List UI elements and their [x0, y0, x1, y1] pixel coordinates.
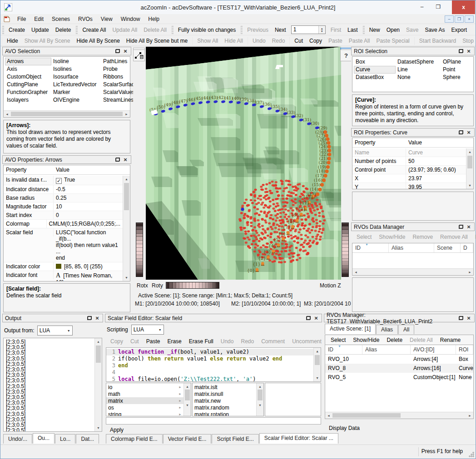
- rvo-table-row[interactable]: RVO_8Arrows:[16]Curve: [325, 364, 473, 373]
- avo-item-streamlines[interactable]: StreamLines: [101, 96, 133, 104]
- fn-item-matrix-rotation[interactable]: matrix.rotation: [193, 411, 256, 416]
- roi-item-curve[interactable]: Curve: [354, 66, 396, 74]
- rvm-hscrollbar[interactable]: ◄►: [325, 412, 473, 419]
- close-panel-icon[interactable]: [466, 130, 472, 135]
- delete-button[interactable]: Delete: [383, 336, 406, 345]
- help-button[interactable]: ?: [340, 49, 352, 61]
- roty-label[interactable]: Roty: [152, 282, 163, 289]
- erase-button[interactable]: Erase: [164, 337, 185, 346]
- hide-all-by-scene-button[interactable]: Hide All By Scene: [73, 36, 123, 45]
- title-bar[interactable]: acZoomIn - acDevSoftware - [TEST17_WithV…: [0, 0, 476, 14]
- fn-item-matrix-random[interactable]: matrix.random: [193, 404, 256, 411]
- avo-item-lictexturedvector[interactable]: LicTexturedVector: [51, 81, 101, 89]
- avo-item-customobject[interactable]: CustomObject: [5, 73, 51, 81]
- avo-item-axis[interactable]: Axis: [5, 65, 51, 73]
- roi-item-line[interactable]: Line: [396, 66, 441, 74]
- avo-item-isosurface[interactable]: Isosurface: [51, 73, 101, 81]
- avo-item-scalarvalues[interactable]: ScalarValues: [101, 89, 133, 96]
- lib-item-string[interactable]: string►: [106, 411, 183, 416]
- property-row[interactable]: Control point(23.97; 39.95; 0.60): [352, 166, 466, 174]
- close-panel-icon[interactable]: [466, 224, 472, 230]
- checkbox-icon[interactable]: ✓: [56, 178, 62, 184]
- menu-help[interactable]: Help: [144, 15, 164, 23]
- new-button[interactable]: New: [366, 25, 383, 35]
- close-button[interactable]: x: [452, 0, 475, 14]
- create-button[interactable]: Create: [5, 25, 28, 35]
- column-header-roi[interactable]: ROI: [456, 345, 473, 354]
- avo-item-arrows[interactable]: Arrows: [5, 58, 51, 65]
- menu-view[interactable]: View: [97, 15, 117, 23]
- code-line[interactable]: 2if(bool) then return value1 else return…: [106, 355, 313, 362]
- code-line[interactable]: 4: [106, 369, 313, 376]
- property-row[interactable]: Scalar fieldLUSC("local function _if(b..…: [4, 228, 123, 262]
- last-button[interactable]: Last: [344, 25, 361, 35]
- expression-input[interactable]: [106, 417, 321, 424]
- rvm-tab-all[interactable]: All: [398, 325, 414, 334]
- roi-item-oplane[interactable]: OPlane: [441, 58, 474, 66]
- column-header[interactable]: Value: [406, 138, 424, 147]
- display-data-button[interactable]: Display Data: [326, 424, 363, 433]
- float-panel-icon[interactable]: [458, 316, 464, 321]
- output-vscrollbar[interactable]: ▲ ▼: [94, 338, 102, 431]
- column-header-id[interactable]: ID▼: [352, 243, 389, 252]
- resize-grip-icon[interactable]: [469, 452, 474, 457]
- column-header-scene[interactable]: Scene: [434, 243, 461, 252]
- roi-item-point[interactable]: Point: [441, 66, 474, 74]
- update-button[interactable]: Update: [28, 25, 52, 35]
- avo-item-oivengine[interactable]: OIVEngine: [51, 96, 101, 104]
- avo-item-functiongrapher[interactable]: FunctionGrapher: [5, 89, 51, 96]
- minimize-button[interactable]: –: [415, 0, 429, 13]
- avo-item-probe[interactable]: Probe: [101, 65, 133, 73]
- lib-item-io[interactable]: io►: [106, 384, 183, 390]
- delete-button[interactable]: Delete: [52, 25, 74, 35]
- output-tab-lo[interactable]: Lo...: [55, 434, 75, 444]
- output-tab-undo[interactable]: Undo/...: [3, 434, 32, 444]
- roi-item-sphere[interactable]: Sphere: [441, 74, 474, 81]
- motion-z-label[interactable]: Motion Z: [320, 282, 341, 289]
- select-button[interactable]: Select: [327, 336, 349, 345]
- avo-list-hscrollbar[interactable]: ◄►: [4, 110, 130, 117]
- rvm-tab-alias[interactable]: Alias: [376, 325, 398, 334]
- close-panel-icon[interactable]: [466, 49, 472, 54]
- lib-list-vscrollbar[interactable]: ▲ ▼: [183, 383, 191, 416]
- rdm-hscrollbar[interactable]: ◄►: [352, 268, 473, 275]
- editor-tab-script-field-e[interactable]: Script Field E...: [212, 434, 258, 444]
- erase-full-button[interactable]: Erase Full: [185, 337, 217, 346]
- property-row[interactable]: Y39.95: [352, 183, 466, 189]
- column-header[interactable]: Property: [4, 165, 54, 174]
- output-tab-ou[interactable]: Ou...: [33, 433, 55, 444]
- close-panel-icon[interactable]: [94, 316, 100, 321]
- float-panel-icon[interactable]: [305, 316, 312, 321]
- lib-item-math[interactable]: math►: [106, 390, 183, 397]
- float-panel-icon[interactable]: [458, 224, 464, 230]
- avo-item-isoline[interactable]: Isoline: [51, 58, 101, 65]
- property-row[interactable]: Indicator color[85, 85, 0] (255): [4, 262, 123, 271]
- rename-button[interactable]: Rename: [436, 336, 464, 345]
- editor-tab-scalar-field-editor-scalar[interactable]: Scalar Field Editor: Scalar ...: [259, 433, 338, 444]
- rvo-table-row[interactable]: RVO_10Arrows:[4]Box: [325, 355, 473, 364]
- spinbox-arrows-icon[interactable]: ▲▼: [318, 26, 325, 34]
- fully-visible-on-changes-button[interactable]: Fully visible on changes: [175, 25, 239, 35]
- copy-button[interactable]: Copy: [306, 36, 325, 45]
- property-row[interactable]: ColormapCMLM(0;15;RGBA(0;0;255;...: [4, 220, 123, 228]
- code-line[interactable]: 5local file=io.open('Z:\\Test222.txt', '…: [106, 376, 313, 381]
- column-header-d[interactable]: D: [461, 243, 473, 252]
- avo-item-scalarsurface[interactable]: ScalarSurface: [101, 81, 133, 89]
- open-button[interactable]: Open: [383, 25, 403, 35]
- create-all-button[interactable]: Create All: [79, 25, 109, 35]
- fn-item-matrix-islt[interactable]: matrix.islt: [193, 384, 256, 390]
- close-panel-icon[interactable]: [122, 49, 129, 54]
- column-header-avo-id[interactable]: AVO:[ID]: [411, 345, 456, 354]
- mdi-close-icon[interactable]: ×: [465, 15, 474, 23]
- hide-button[interactable]: Hide: [4, 36, 21, 45]
- fn-item-matrix-new[interactable]: matrix.new: [193, 397, 256, 404]
- code-vscrollbar[interactable]: ▲ ▼: [313, 348, 321, 381]
- code-line[interactable]: 1local function _if(bool, value1, value2…: [106, 349, 313, 355]
- close-panel-icon[interactable]: [313, 316, 319, 321]
- paste-button[interactable]: Paste: [143, 337, 164, 346]
- menu-rvos[interactable]: RVOs: [74, 15, 97, 23]
- roi-item-datasetbox[interactable]: DatasetBox: [354, 74, 396, 81]
- rvm-tab-active-scene-1[interactable]: Active Scene: [1]: [325, 324, 376, 334]
- close-panel-icon[interactable]: [466, 316, 472, 321]
- avo-item-pathlines[interactable]: PathLines: [101, 58, 133, 65]
